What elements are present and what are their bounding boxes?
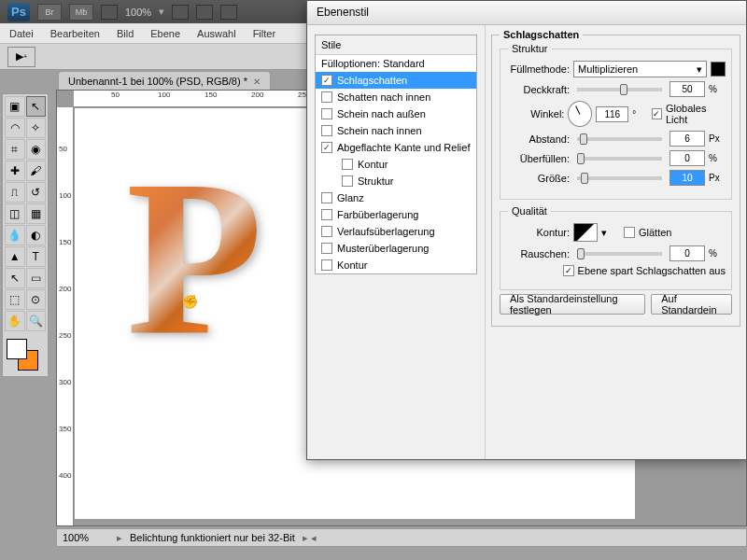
style-item[interactable]: Musterüberlagerung bbox=[316, 240, 476, 257]
size-slider[interactable] bbox=[577, 176, 662, 180]
style-checkbox[interactable] bbox=[342, 159, 353, 170]
style-item[interactable]: Verlaufsüberlagerung bbox=[316, 223, 476, 240]
dropdown-arrow-icon[interactable]: ▾ bbox=[159, 6, 164, 18]
style-checkbox[interactable] bbox=[321, 209, 332, 220]
fill-options[interactable]: Fülloptionen: Standard bbox=[316, 55, 476, 72]
menu-bearbeiten[interactable]: Bearbeiten bbox=[50, 28, 100, 39]
minibridge-button[interactable]: Mb bbox=[69, 4, 93, 21]
document-tab[interactable]: Unbenannt-1 bei 100% (PSD, RGB/8) * ✕ bbox=[58, 71, 271, 91]
menu-datei[interactable]: Datei bbox=[9, 28, 34, 39]
ruler-tick: 50 bbox=[59, 145, 67, 153]
screen-mode-icon[interactable] bbox=[101, 5, 118, 20]
angle-input[interactable]: 116 bbox=[596, 106, 628, 122]
style-checkbox[interactable] bbox=[342, 175, 353, 187]
ps-logo: Ps bbox=[7, 3, 30, 21]
style-checkbox[interactable] bbox=[321, 108, 332, 119]
angle-dial[interactable] bbox=[568, 101, 592, 127]
size-input[interactable]: 10 bbox=[669, 170, 705, 186]
blend-select[interactable]: Multiplizieren▾ bbox=[573, 61, 707, 77]
heal-tool[interactable]: ✚ bbox=[5, 161, 25, 181]
style-checkbox[interactable]: ✓ bbox=[321, 142, 332, 153]
style-item[interactable]: ✓Schlagschatten bbox=[316, 72, 476, 89]
hand-tool[interactable]: ✋ bbox=[5, 311, 25, 331]
dodge-tool[interactable]: ◐ bbox=[26, 225, 47, 245]
global-light-check[interactable]: ✓ bbox=[652, 108, 662, 119]
distance-slider[interactable] bbox=[577, 137, 662, 141]
style-item[interactable]: Glanz bbox=[316, 189, 476, 206]
style-checkbox[interactable] bbox=[321, 226, 332, 237]
path-select[interactable]: ↖ bbox=[5, 268, 25, 288]
eraser-tool[interactable]: ◫ bbox=[5, 203, 25, 224]
arrange-icon[interactable] bbox=[196, 5, 213, 20]
noise-slider[interactable] bbox=[577, 252, 662, 256]
menu-ebene[interactable]: Ebene bbox=[150, 28, 180, 39]
3d-cam[interactable]: ⊙ bbox=[26, 289, 47, 310]
text-layer-p[interactable]: P bbox=[126, 141, 294, 374]
qualitaet-group: Qualität Kontur: ▾ Glätten Rauschen: 0 % bbox=[500, 211, 732, 290]
ruler-tick: 100 bbox=[59, 191, 71, 200]
style-item[interactable]: Schein nach innen bbox=[316, 122, 476, 139]
noise-label: Rauschen: bbox=[506, 248, 570, 259]
knockout-check[interactable]: ✓ bbox=[563, 265, 574, 276]
pen-tool[interactable]: ▲ bbox=[5, 246, 25, 267]
spread-slider[interactable] bbox=[577, 157, 662, 161]
opacity-slider[interactable] bbox=[577, 88, 662, 91]
blur-tool[interactable]: 💧 bbox=[5, 225, 25, 245]
style-item[interactable]: Schein nach außen bbox=[316, 105, 476, 122]
style-checkbox[interactable] bbox=[321, 243, 332, 254]
zoom-tool[interactable]: 🔍 bbox=[26, 311, 47, 331]
ruler-tick: 200 bbox=[59, 285, 71, 293]
history-brush[interactable]: ↺ bbox=[26, 182, 47, 203]
style-checkbox[interactable] bbox=[321, 125, 332, 136]
contour-picker[interactable] bbox=[573, 223, 598, 242]
make-default-button[interactable]: Als Standardeinstellung festlegen bbox=[500, 294, 645, 315]
menu-bild[interactable]: Bild bbox=[117, 28, 134, 39]
move-tool-b[interactable]: ↖ bbox=[26, 96, 47, 117]
style-item[interactable]: Farbüberlagerung bbox=[316, 206, 476, 223]
move-tool[interactable]: ▣ bbox=[5, 96, 25, 117]
style-checkbox[interactable] bbox=[321, 192, 332, 203]
gradient-tool[interactable]: ▦ bbox=[26, 203, 47, 224]
active-tool-icon[interactable]: ▶+ bbox=[7, 47, 35, 67]
shape-tool[interactable]: ▭ bbox=[26, 268, 47, 288]
ruler-tick: 400 bbox=[59, 471, 71, 480]
styles-list-col: Stile Fülloptionen: Standard ✓Schlagscha… bbox=[307, 25, 485, 459]
type-tool[interactable]: T bbox=[26, 246, 47, 267]
status-zoom[interactable]: 100% bbox=[63, 532, 109, 543]
stamp-tool[interactable]: ⎍ bbox=[5, 182, 25, 203]
reset-default-button[interactable]: Auf Standardein bbox=[651, 294, 732, 315]
ruler-tick: 200 bbox=[251, 91, 263, 99]
style-checkbox[interactable] bbox=[321, 259, 332, 271]
lasso-tool[interactable]: ◠ bbox=[5, 118, 25, 138]
close-tab-icon[interactable]: ✕ bbox=[253, 77, 261, 87]
opacity-input[interactable]: 50 bbox=[669, 81, 705, 97]
style-item[interactable]: Kontur bbox=[316, 156, 476, 173]
style-checkbox[interactable]: ✓ bbox=[321, 75, 332, 86]
menu-filter[interactable]: Filter bbox=[253, 28, 275, 39]
brush-tool[interactable]: 🖌 bbox=[26, 161, 47, 181]
antialias-check[interactable] bbox=[624, 227, 635, 238]
style-item[interactable]: Struktur bbox=[316, 173, 476, 189]
noise-input[interactable]: 0 bbox=[669, 245, 705, 261]
eyedropper-tool[interactable]: ◉ bbox=[26, 139, 47, 160]
hand-tool-icon[interactable] bbox=[172, 5, 189, 20]
crop-tool[interactable]: ⌗ bbox=[5, 139, 25, 160]
chevron-down-icon[interactable]: ▾ bbox=[601, 227, 607, 239]
style-checkbox[interactable] bbox=[321, 91, 332, 103]
shadow-color[interactable] bbox=[711, 62, 726, 77]
extras-icon[interactable] bbox=[220, 5, 237, 20]
style-item[interactable]: Kontur bbox=[316, 257, 476, 273]
3d-tool[interactable]: ⬚ bbox=[5, 289, 25, 310]
dialog-title[interactable]: Ebenenstil bbox=[307, 1, 746, 25]
style-item[interactable]: ✓Abgeflachte Kante und Relief bbox=[316, 139, 476, 156]
style-item[interactable]: Schatten nach innen bbox=[316, 89, 476, 105]
distance-input[interactable]: 6 bbox=[669, 131, 705, 147]
ruler-tick: 150 bbox=[59, 238, 71, 246]
bridge-button[interactable]: Br bbox=[37, 4, 62, 21]
px-unit: Px bbox=[709, 133, 726, 144]
schlagschatten-group: Schlagschatten Struktur Füllmethode: Mul… bbox=[491, 35, 740, 327]
spread-input[interactable]: 0 bbox=[669, 150, 705, 166]
foreground-color[interactable] bbox=[7, 339, 27, 359]
wand-tool[interactable]: ✧ bbox=[26, 118, 47, 138]
menu-auswahl[interactable]: Auswahl bbox=[197, 28, 236, 39]
